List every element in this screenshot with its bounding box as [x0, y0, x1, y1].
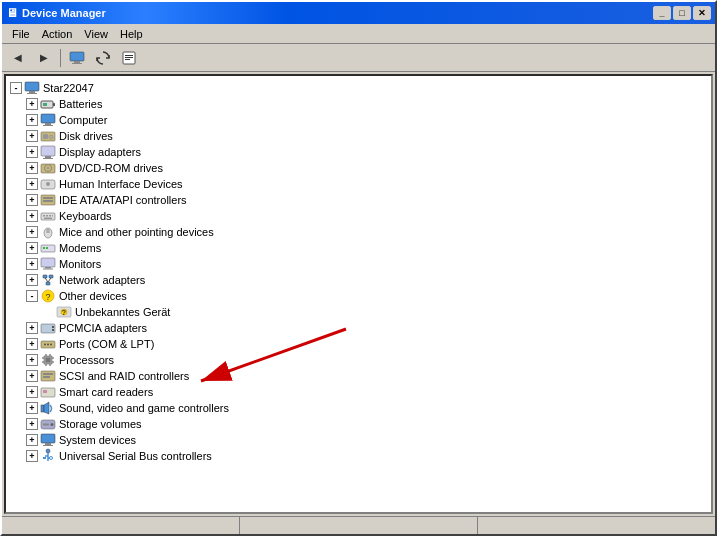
expand-computer[interactable]: + [26, 114, 38, 126]
svg-rect-2 [72, 63, 82, 64]
label-other-devices: Other devices [59, 290, 127, 302]
maximize-button[interactable]: □ [673, 6, 691, 20]
svg-point-40 [43, 247, 45, 249]
expand-monitors[interactable]: + [26, 258, 38, 270]
tree-item-modems[interactable]: + Modems [6, 240, 711, 256]
svg-rect-74 [43, 376, 50, 378]
svg-rect-76 [43, 390, 47, 393]
tree-item-network-adapters[interactable]: + Network adapters [6, 272, 711, 288]
expand-display-adapters[interactable]: + [26, 146, 38, 158]
expand-hid[interactable]: + [26, 178, 38, 190]
tree-item-storage[interactable]: + Storage volumes [6, 416, 711, 432]
svg-rect-33 [49, 215, 51, 217]
smartcard-icon [40, 384, 56, 400]
menu-help[interactable]: Help [114, 26, 149, 42]
refresh-icon [95, 50, 111, 66]
tree-item-sound[interactable]: + Sound, video and game controllers [6, 400, 711, 416]
expand-usb[interactable]: + [26, 450, 38, 462]
svg-point-18 [49, 135, 53, 139]
tree-item-pcmcia[interactable]: + PCMCIA adapters [6, 320, 711, 336]
tree-item-other-devices[interactable]: - ? Other devices [6, 288, 711, 304]
menu-file[interactable]: File [6, 26, 36, 42]
device-tree[interactable]: - Star22047 + Batteries + [6, 76, 711, 512]
sound-icon [40, 400, 56, 416]
close-button[interactable]: ✕ [693, 6, 711, 20]
expand-smartcard[interactable]: + [26, 386, 38, 398]
expand-system-devices[interactable]: + [26, 434, 38, 446]
label-batteries: Batteries [59, 98, 102, 110]
dvd-icon [40, 160, 56, 176]
expand-ports[interactable]: + [26, 338, 38, 350]
svg-point-90 [50, 457, 53, 460]
svg-text:?: ? [45, 292, 50, 302]
expand-dvdcdrom[interactable]: + [26, 162, 38, 174]
hid-icon [40, 176, 56, 192]
ports-icon [40, 336, 56, 352]
storage-icon [40, 416, 56, 432]
tree-item-unbekanntes[interactable]: ? Unbekanntes Gerät [6, 304, 711, 320]
svg-rect-84 [43, 445, 53, 446]
expand-ide[interactable]: + [26, 194, 38, 206]
tree-item-disk-drives[interactable]: + Disk drives [6, 128, 711, 144]
expand-other-devices[interactable]: - [26, 290, 38, 302]
svg-rect-9 [27, 93, 37, 94]
tree-item-scsi[interactable]: + SCSI and RAID controllers [6, 368, 711, 384]
expand-disk-drives[interactable]: + [26, 130, 38, 142]
svg-rect-34 [52, 215, 53, 217]
expand-modems[interactable]: + [26, 242, 38, 254]
window-title: Device Manager [22, 7, 106, 19]
expand-network-adapters[interactable]: + [26, 274, 38, 286]
expand-scsi[interactable]: + [26, 370, 38, 382]
expand-sound[interactable]: + [26, 402, 38, 414]
tree-item-computer[interactable]: + Computer [6, 112, 711, 128]
refresh-button[interactable] [91, 47, 115, 69]
label-ports: Ports (COM & LPT) [59, 338, 154, 350]
expand-mice[interactable]: + [26, 226, 38, 238]
tree-item-display-adapters[interactable]: + Display adapters [6, 144, 711, 160]
battery-icon [40, 96, 56, 112]
title-bar: 🖥 Device Manager _ □ ✕ [2, 2, 715, 24]
computer-icon-btn[interactable] [65, 47, 89, 69]
svg-point-24 [47, 167, 49, 169]
menu-view[interactable]: View [78, 26, 114, 42]
expand-star22047[interactable]: - [10, 82, 22, 94]
label-storage: Storage volumes [59, 418, 142, 430]
label-unbekanntes: Unbekanntes Gerät [75, 306, 170, 318]
tree-item-dvdcdrom[interactable]: + DVD/CD-ROM drives [6, 160, 711, 176]
svg-rect-81 [43, 424, 49, 426]
svg-rect-17 [43, 134, 48, 139]
back-button[interactable]: ◀ [6, 47, 30, 69]
tree-item-monitors[interactable]: + Monitors [6, 256, 711, 272]
tree-item-batteries[interactable]: + Batteries [6, 96, 711, 112]
properties-button[interactable] [117, 47, 141, 69]
tree-item-star22047[interactable]: - Star22047 [6, 80, 711, 96]
tree-item-mice[interactable]: + Mice and other pointing devices [6, 224, 711, 240]
tree-item-processors[interactable]: + Processors [6, 352, 711, 368]
tree-item-keyboards[interactable]: + Keyboards [6, 208, 711, 224]
tree-item-hid[interactable]: + Human Interface Devices [6, 176, 711, 192]
svg-rect-4 [125, 55, 133, 56]
svg-marker-78 [44, 402, 49, 414]
svg-rect-83 [45, 443, 51, 445]
expand-keyboards[interactable]: + [26, 210, 38, 222]
svg-rect-0 [70, 52, 84, 61]
svg-rect-1 [74, 61, 80, 63]
tree-item-ide[interactable]: + IDE ATA/ATAPI controllers [6, 192, 711, 208]
svg-rect-14 [45, 123, 51, 125]
expand-storage[interactable]: + [26, 418, 38, 430]
expand-processors[interactable]: + [26, 354, 38, 366]
tree-item-ports[interactable]: + Ports (COM & LPT) [6, 336, 711, 352]
tree-item-system-devices[interactable]: + System devices [6, 432, 711, 448]
minimize-button[interactable]: _ [653, 6, 671, 20]
svg-rect-82 [41, 434, 55, 443]
expand-pcmcia[interactable]: + [26, 322, 38, 334]
svg-rect-31 [43, 215, 45, 217]
svg-rect-29 [43, 200, 53, 202]
expand-batteries[interactable]: + [26, 98, 38, 110]
svg-point-41 [46, 247, 48, 249]
forward-button[interactable]: ▶ [32, 47, 56, 69]
svg-rect-32 [46, 215, 48, 217]
tree-item-usb[interactable]: + Universal Serial Bus controllers [6, 448, 711, 464]
menu-action[interactable]: Action [36, 26, 79, 42]
tree-item-smartcard[interactable]: + Smart card readers [6, 384, 711, 400]
